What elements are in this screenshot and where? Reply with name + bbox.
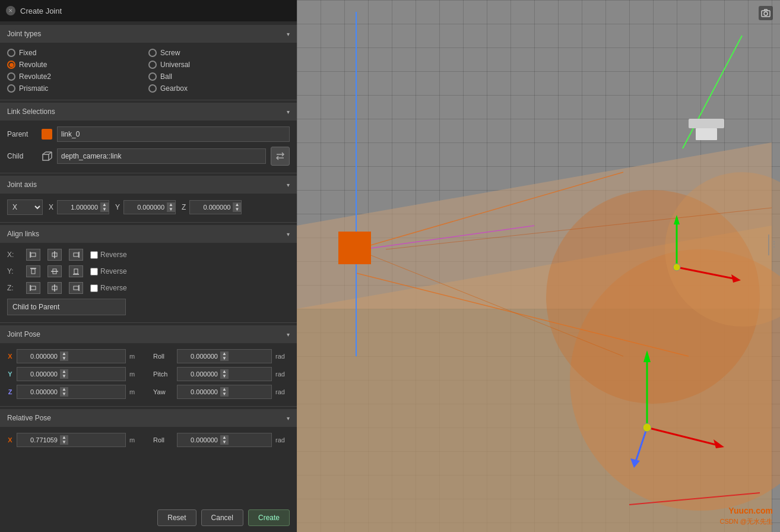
- rel-pose-roll-input[interactable]: ▲ ▼: [177, 433, 272, 447]
- rel-pose-x-input[interactable]: ▲ ▼: [17, 433, 126, 447]
- pose-pitch-input[interactable]: ▲ ▼: [177, 367, 272, 381]
- align-x-reverse-check[interactable]: [90, 251, 98, 259]
- sep2: [0, 173, 297, 173]
- radio-ball-circle: [148, 72, 157, 81]
- radio-prismatic[interactable]: Prismatic: [7, 84, 148, 93]
- pose-yaw-down[interactable]: ▼: [220, 392, 229, 397]
- pose-x-row: X ▲ ▼ m: [7, 349, 144, 363]
- joint-types-header[interactable]: Joint types ▾: [0, 25, 297, 43]
- rel-pose-x-down[interactable]: ▼: [60, 440, 68, 445]
- align-z-center[interactable]: [47, 282, 62, 294]
- align-x-left[interactable]: [26, 249, 40, 261]
- radio-screw-label: Screw: [160, 49, 180, 57]
- pose-z-input[interactable]: ▲ ▼: [17, 385, 126, 399]
- svg-rect-13: [31, 269, 35, 274]
- pose-y-row: Y ▲ ▼ m: [7, 367, 144, 381]
- rel-pose-row-1: X ▲ ▼ m Roll: [7, 433, 290, 447]
- pose-pitch-field[interactable]: [177, 370, 220, 378]
- sep1: [0, 100, 297, 100]
- radio-gearbox-label: Gearbox: [160, 84, 188, 93]
- pose-y-field[interactable]: [17, 370, 60, 378]
- rel-pose-x-row: X ▲ ▼ m: [7, 433, 144, 447]
- rel-pose-x-field[interactable]: [17, 436, 60, 444]
- align-y-reverse-wrap: Reverse: [90, 267, 127, 276]
- radio-gearbox[interactable]: Gearbox: [148, 84, 290, 93]
- align-x-right[interactable]: [69, 249, 83, 261]
- relative-pose-header[interactable]: Relative Pose ▾: [0, 409, 297, 427]
- align-z-row: Z: Reverse: [7, 282, 290, 294]
- y-spin-down[interactable]: ▼: [167, 207, 175, 212]
- panel-content[interactable]: Joint types ▾ Fixed Screw Revolute: [0, 21, 297, 504]
- swap-button[interactable]: [271, 147, 290, 166]
- align-y-top[interactable]: [26, 265, 40, 277]
- pose-roll-input[interactable]: ▲ ▼: [177, 349, 272, 363]
- z-value-input[interactable]: ▲ ▼: [189, 200, 242, 214]
- pose-x-spinners: ▲ ▼: [60, 352, 68, 361]
- rel-pose-x-unit: m: [129, 436, 144, 444]
- align-x-center[interactable]: [47, 249, 62, 261]
- relative-pose-body: X ▲ ▼ m Roll: [0, 428, 297, 464]
- rel-pose-roll-down[interactable]: ▼: [220, 440, 229, 445]
- align-y-reverse-check[interactable]: [90, 268, 98, 276]
- y-value-field[interactable]: [124, 204, 167, 211]
- pose-y-down[interactable]: ▼: [60, 374, 68, 379]
- radio-universal[interactable]: Universal: [148, 61, 290, 69]
- pose-row-1: X ▲ ▼ m Roll: [7, 349, 290, 363]
- child-parent-select[interactable]: Child to Parent Parent to Child: [7, 299, 126, 315]
- z-spin-down[interactable]: ▼: [233, 207, 241, 212]
- pose-yaw-field[interactable]: [177, 388, 220, 395]
- parent-select[interactable]: link_0: [57, 126, 290, 142]
- cancel-button[interactable]: Cancel: [201, 509, 243, 526]
- child-select[interactable]: depth_camera::link: [57, 148, 266, 164]
- align-y-bottom[interactable]: [69, 265, 83, 277]
- align-x-label: X:: [7, 251, 19, 259]
- pose-x-input[interactable]: ▲ ▼: [17, 349, 126, 363]
- radio-fixed[interactable]: Fixed: [7, 49, 148, 57]
- align-links-header[interactable]: Align links ▾: [0, 225, 297, 243]
- radio-revolute2[interactable]: Revolute2: [7, 72, 148, 81]
- relative-pose-label: Relative Pose: [7, 414, 51, 422]
- pose-pitch-down[interactable]: ▼: [220, 374, 229, 379]
- joint-pose-header[interactable]: Joint Pose ▾: [0, 325, 297, 343]
- pose-x-field[interactable]: [17, 353, 60, 360]
- axis-type-select[interactable]: X Y Z: [7, 200, 43, 215]
- radio-screw[interactable]: Screw: [148, 49, 290, 57]
- joint-axis-header[interactable]: Joint axis ▾: [0, 176, 297, 194]
- z-value-field[interactable]: [190, 204, 233, 211]
- screenshot-button[interactable]: [759, 6, 773, 20]
- align-z-back[interactable]: [69, 282, 83, 294]
- svg-rect-0: [43, 154, 49, 160]
- pose-z-field[interactable]: [17, 388, 60, 395]
- close-button[interactable]: ✕: [6, 6, 15, 15]
- reset-button[interactable]: Reset: [157, 509, 196, 526]
- radio-revolute2-label: Revolute2: [19, 72, 51, 81]
- pose-x-down[interactable]: ▼: [60, 356, 68, 361]
- child-label: Child: [7, 152, 37, 160]
- create-button[interactable]: Create: [248, 509, 290, 526]
- x-spinners: ▲ ▼: [100, 202, 109, 212]
- align-z-front[interactable]: [26, 282, 40, 294]
- pose-roll-down[interactable]: ▼: [220, 356, 229, 361]
- align-y-middle[interactable]: [47, 265, 62, 277]
- svg-rect-37: [696, 128, 717, 140]
- pose-z-row: Z ▲ ▼ m: [7, 385, 144, 399]
- align-z-reverse-check[interactable]: [90, 284, 98, 292]
- pose-z-down[interactable]: ▼: [60, 392, 68, 397]
- radio-revolute[interactable]: Revolute: [7, 61, 148, 69]
- pose-y-input[interactable]: ▲ ▼: [17, 367, 126, 381]
- link-selections-header[interactable]: Link Selections ▾: [0, 103, 297, 121]
- pose-yaw-input[interactable]: ▲ ▼: [177, 385, 272, 399]
- radio-ball[interactable]: Ball: [148, 72, 290, 81]
- x-spin-down[interactable]: ▼: [100, 207, 109, 212]
- child-icon: [42, 151, 52, 162]
- radio-revolute-circle: [7, 61, 15, 69]
- radio-fixed-circle: [7, 49, 15, 57]
- pose-roll-field[interactable]: [177, 353, 220, 360]
- rel-pose-roll-field[interactable]: [177, 436, 220, 444]
- align-links-section: Align links ▾ X:: [0, 225, 297, 320]
- x-value-field[interactable]: [58, 204, 100, 211]
- x-value-input[interactable]: ▲ ▼: [57, 200, 109, 214]
- radio-prismatic-circle: [7, 84, 15, 93]
- pose-z-unit: m: [129, 388, 144, 395]
- y-value-input[interactable]: ▲ ▼: [123, 200, 176, 214]
